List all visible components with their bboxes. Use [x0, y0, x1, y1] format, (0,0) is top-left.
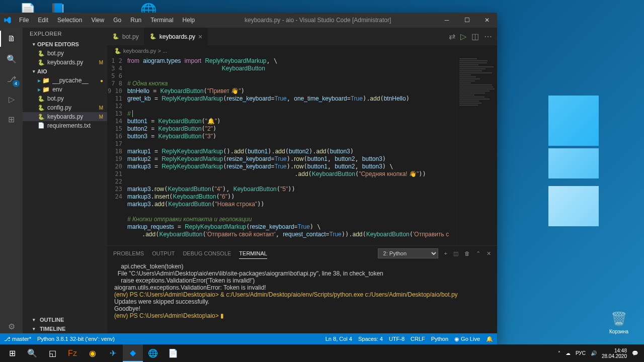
recycle-bin[interactable]: 🗑️ Корзина	[604, 310, 634, 334]
tray-chevron-icon[interactable]: ˄	[558, 350, 560, 356]
menu-terminal[interactable]: Terminal	[146, 15, 177, 26]
language-indicator[interactable]: РУС	[576, 350, 586, 356]
chrome-icon[interactable]: 🌐	[143, 344, 163, 362]
start-button[interactable]: ⊞	[2, 344, 22, 362]
file-item[interactable]: ▸ 📁env	[23, 85, 107, 94]
sidebar: EXPLORER OPEN EDITORS 🐍bot.py🐍keyboards.…	[23, 28, 107, 333]
task-view-button[interactable]: ◱	[42, 344, 62, 362]
vscode-task-icon[interactable]: ◆	[123, 344, 143, 362]
account-icon[interactable]: ⚙	[5, 319, 19, 333]
kill-terminal-icon[interactable]: 🗑	[464, 250, 470, 256]
minimize-button[interactable]: ─	[437, 13, 457, 28]
onedrive-icon[interactable]: ☁	[566, 350, 571, 356]
search-icon[interactable]: 🔍	[5, 52, 19, 66]
status-item[interactable]: Spaces: 4	[358, 336, 383, 342]
activity-bar: 🗎 🔍 ⎇4 ▷ ⊞ ⚙	[0, 28, 23, 333]
explorer-icon[interactable]: 🗎	[5, 32, 19, 46]
timeline-section[interactable]: TIMELINE	[23, 324, 107, 333]
statusbar: ⎇ master*Python 3.8.1 32-bit ('env': ven…	[0, 333, 497, 344]
filezilla-icon[interactable]: Fz	[62, 344, 83, 362]
terminal[interactable]: api.check_token(token) File "C:\Users\Ad…	[107, 261, 497, 333]
close-tab-icon[interactable]: ×	[198, 33, 202, 41]
open-editor-item[interactable]: 🐍keyboards.pyM	[23, 58, 107, 67]
extensions-icon[interactable]: ⊞	[5, 112, 19, 126]
minimap[interactable]	[457, 56, 497, 245]
outline-section[interactable]: OUTLINE	[23, 315, 107, 324]
scm-icon[interactable]: ⎇4	[5, 72, 19, 86]
panel-tab-debug console[interactable]: DEBUG CONSOLE	[183, 248, 231, 258]
close-button[interactable]: ✕	[477, 13, 497, 28]
open-editor-item[interactable]: 🐍bot.py	[23, 49, 107, 58]
status-item[interactable]: UTF-8	[389, 336, 405, 342]
panel-tab-problems[interactable]: PROBLEMS	[113, 248, 144, 258]
split-icon[interactable]: ◫	[471, 32, 479, 41]
menu-go[interactable]: Go	[109, 15, 125, 26]
panel: PROBLEMSOUTPUTDEBUG CONSOLETERMINAL 2: P…	[107, 245, 497, 333]
file-item[interactable]: 📄requirements.txt	[23, 121, 107, 130]
scm-badge: 4	[13, 80, 20, 87]
editor-tab[interactable]: 🐍keyboards.py×	[144, 28, 208, 45]
terminal-selector[interactable]: 2: Python	[378, 248, 438, 258]
volume-icon[interactable]: 🔊	[591, 350, 597, 356]
menu-run[interactable]: Run	[126, 15, 145, 26]
menu-help[interactable]: Help	[179, 15, 199, 26]
file-item[interactable]: 🐍keyboards.pyM	[23, 112, 107, 121]
menu-view[interactable]: View	[87, 15, 108, 26]
panel-tab-terminal[interactable]: TERMINAL	[239, 248, 267, 259]
editor-tab[interactable]: 🐍bot.py	[107, 28, 144, 45]
more-icon[interactable]: ⋯	[484, 32, 492, 41]
panel-tab-output[interactable]: OUTPUT	[152, 248, 175, 258]
workspace-section[interactable]: AIO	[23, 67, 107, 76]
explorer-title: EXPLORER	[23, 28, 107, 40]
titlebar: FileEditSelectionViewGoRunTerminalHelp k…	[0, 13, 497, 28]
status-item[interactable]: Ln 8, Col 4	[326, 336, 352, 342]
vscode-window: FileEditSelectionViewGoRunTerminalHelp k…	[0, 13, 497, 344]
telegram-icon[interactable]: ✈	[103, 344, 123, 362]
code-editor[interactable]: from aiogram.types import ReplyKeyboardM…	[127, 56, 457, 245]
breadcrumb[interactable]: 🐍keyboards.py > ...	[107, 45, 497, 56]
notepad-icon[interactable]: 📄	[163, 344, 183, 362]
window-title: keyboards.py - aio - Visual Studio Code …	[199, 17, 437, 24]
maximize-button[interactable]: ☐	[457, 13, 477, 28]
line-gutter: 1 2 3 4 5 6 7 8 9 10 11 12 13 14 15 16 1…	[107, 56, 127, 245]
editor-group: 🐍bot.py🐍keyboards.py× ⇄ ▷ ◫ ⋯ 🐍keyboards…	[107, 28, 497, 333]
maximize-panel-icon[interactable]: ⌃	[476, 250, 480, 257]
menu-selection[interactable]: Selection	[53, 15, 86, 26]
notifications-icon[interactable]: 💬	[632, 350, 638, 356]
file-item[interactable]: 🐍bot.py	[23, 94, 107, 103]
status-item[interactable]: 🔔	[486, 336, 493, 342]
debug-icon[interactable]: ▷	[5, 92, 19, 106]
open-editors-section[interactable]: OPEN EDITORS	[23, 40, 107, 49]
clock[interactable]: 14:48 28.04.2020	[602, 348, 627, 359]
compare-icon[interactable]: ⇄	[449, 32, 455, 41]
status-item[interactable]: CRLF	[411, 336, 425, 342]
file-item[interactable]: 🐍config.pyM	[23, 103, 107, 112]
menu-file[interactable]: File	[15, 15, 33, 26]
status-item[interactable]: ⎇ master*	[4, 336, 31, 342]
new-terminal-icon[interactable]: +	[444, 250, 447, 256]
vscode-logo-icon	[0, 16, 15, 24]
file-item[interactable]: ▸ 📁__pycache__●	[23, 76, 107, 85]
status-item[interactable]: ◉ Go Live	[454, 336, 480, 342]
app-icon[interactable]: ◉	[83, 344, 103, 362]
status-item[interactable]: Python 3.8.1 32-bit ('env': venv)	[37, 336, 115, 342]
windows-taskbar: ⊞ 🔍 ◱ Fz ◉ ✈ ◆ 🌐 📄 ˄ ☁ РУС 🔊 14:48 28.04…	[0, 344, 644, 362]
close-panel-icon[interactable]: ✕	[487, 250, 491, 257]
split-terminal-icon[interactable]: ◫	[453, 250, 458, 257]
run-icon[interactable]: ▷	[460, 32, 466, 41]
status-item[interactable]: Python	[431, 336, 448, 342]
menu-edit[interactable]: Edit	[34, 15, 52, 26]
recycle-bin-label: Корзина	[604, 329, 634, 334]
search-button[interactable]: 🔍	[22, 344, 42, 362]
